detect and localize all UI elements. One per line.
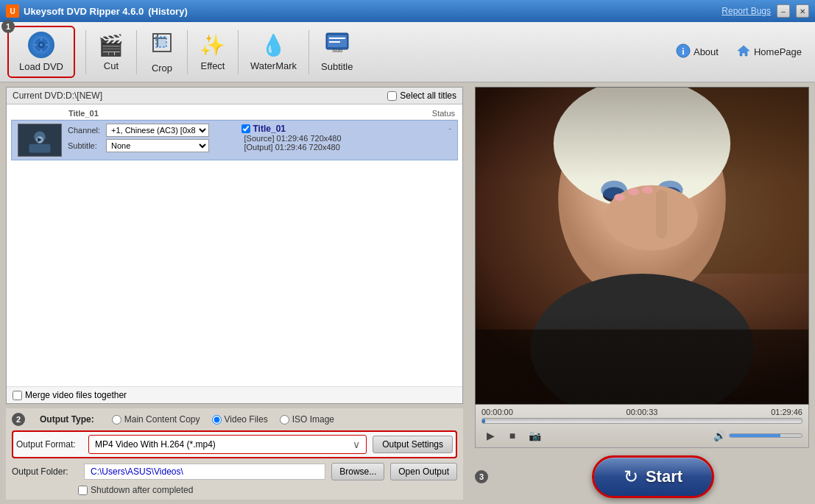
radio-video-files-input[interactable] — [212, 415, 222, 425]
title-bar: U Ukeysoft DVD Ripper 4.6.0 (History) Re… — [0, 0, 815, 22]
video-overlay — [476, 88, 808, 404]
title-bar-left: U Ukeysoft DVD Ripper 4.6.0 (History) — [6, 4, 188, 18]
radio-main-content-input[interactable] — [112, 415, 121, 425]
start-icon: ↻ — [624, 466, 638, 487]
start-label: Start — [646, 467, 682, 486]
time-end: 01:29:46 — [771, 408, 802, 416]
svg-point-2 — [40, 43, 43, 46]
output-format-select[interactable]: MP4 Video With H.264 (*.mp4) ∨ — [88, 435, 367, 454]
progress-bar[interactable] — [481, 418, 802, 424]
svg-rect-16 — [29, 144, 51, 153]
channel-select[interactable]: +1, Chinese (AC3) [0x80] — [106, 124, 209, 137]
select-all-checkbox[interactable]: Select all titles — [387, 90, 456, 101]
step1-label: 1 — [1, 20, 15, 33]
watermark-button[interactable]: 💧 WaterMark — [241, 29, 306, 76]
screenshot-button[interactable]: 📷 — [526, 427, 543, 444]
step3-number: 3 — [475, 470, 488, 483]
output-folder-label: Output Folder: — [12, 466, 78, 477]
cut-button[interactable]: 🎬 Cut — [89, 29, 133, 76]
stop-button[interactable]: ■ — [504, 427, 521, 444]
bottom-section: 2 Output Type: Main Content Copy Video F… — [6, 408, 463, 500]
time-start: 00:00:00 — [481, 408, 513, 416]
subtitle-button[interactable]: Sub Subtitle — [312, 28, 361, 77]
radio-main-content[interactable]: Main Content Copy — [112, 414, 200, 425]
output-folder-row: Output Folder: Browse... Open Output — [12, 463, 457, 480]
time-row: 00:00:00 00:00:33 01:29:46 — [481, 408, 802, 416]
volume-area: 🔊 — [713, 430, 802, 441]
volume-slider[interactable] — [729, 433, 802, 438]
toolbar-sep-1 — [85, 30, 86, 74]
cut-label: Cut — [104, 60, 119, 71]
homepage-icon — [736, 43, 751, 60]
shutdown-checkbox[interactable] — [78, 486, 88, 495]
browse-button[interactable]: Browse... — [331, 463, 384, 480]
homepage-label: HomePage — [754, 46, 802, 57]
radio-main-content-label: Main Content Copy — [124, 414, 200, 425]
status-col-header: Status — [432, 109, 455, 118]
effect-button[interactable]: ✨ Effect — [191, 29, 235, 76]
subtitle-row: Subtitle: None — [68, 139, 236, 152]
load-dvd-icon — [28, 32, 54, 58]
output-folder-input[interactable] — [84, 464, 325, 480]
start-btn-container: ↻ Start — [497, 455, 809, 498]
title-name: Title_01 — [241, 124, 409, 134]
radio-video-files[interactable]: Video Files — [212, 414, 268, 425]
load-dvd-button[interactable]: Load DVD — [7, 26, 75, 78]
current-dvd-label: Current DVD:D:\[NEW] — [13, 90, 102, 101]
title-col-header: Title_01 — [66, 109, 432, 118]
effect-icon: ✨ — [200, 33, 225, 57]
select-all-label: Select all titles — [400, 90, 456, 101]
toolbar-sep-5 — [308, 30, 309, 74]
load-dvd-label: Load DVD — [19, 61, 63, 72]
crop-icon — [150, 31, 174, 60]
channel-label: Channel: — [68, 126, 103, 135]
merge-checkbox-area: Merge video files together — [7, 386, 462, 403]
status-col: - — [414, 124, 451, 157]
select-all-input[interactable] — [387, 91, 397, 101]
title-checkbox[interactable] — [241, 124, 250, 133]
minimize-button[interactable]: – — [777, 4, 790, 18]
chevron-down-icon: ∨ — [353, 439, 360, 450]
output-format-row: Output Format: MP4 Video With H.264 (*.m… — [16, 435, 453, 454]
title-list-container: Current DVD:D:\[NEW] Select all titles T… — [6, 87, 463, 404]
subtitle-icon: Sub — [325, 32, 349, 58]
merge-checkbox[interactable] — [13, 391, 22, 400]
start-button[interactable]: ↻ Start — [592, 455, 714, 498]
subtitle-label-text: Subtitle: — [68, 141, 103, 150]
title-thumbnail — [18, 124, 62, 157]
radio-iso-input[interactable] — [280, 415, 289, 425]
merge-label: Merge video files together — [25, 390, 127, 400]
cut-icon: 🎬 — [98, 33, 124, 57]
video-frame — [476, 88, 808, 404]
radio-iso-image[interactable]: ISO Image — [280, 414, 334, 425]
effect-label: Effect — [200, 60, 225, 71]
source-row: [Source] 01:29:46 720x480 — [244, 134, 409, 143]
radio-iso-label: ISO Image — [292, 414, 334, 425]
play-button[interactable]: ▶ — [481, 427, 499, 444]
crop-button[interactable]: Crop — [140, 26, 184, 78]
about-button[interactable]: i About — [670, 40, 724, 63]
crop-label: Crop — [152, 63, 172, 74]
step2-number: 2 — [12, 413, 25, 426]
thumbnail-inner — [18, 124, 61, 156]
watermark-icon: 💧 — [261, 33, 286, 57]
close-button[interactable]: ✕ — [796, 4, 809, 18]
output-format-label: Output Format: — [16, 439, 82, 450]
subtitle-select[interactable]: None — [106, 139, 209, 152]
toolbar-sep-4 — [238, 30, 239, 74]
progress-bar-fill — [482, 419, 485, 423]
svg-rect-6 — [156, 37, 166, 47]
volume-icon: 🔊 — [713, 430, 726, 441]
output-settings-button[interactable]: Output Settings — [373, 436, 453, 453]
right-panel: 00:00:00 00:00:33 01:29:46 ▶ ■ 📷 🔊 3 — [469, 82, 815, 504]
shutdown-checkbox-row: Shutdown after completed — [12, 485, 457, 495]
playback-row: ▶ ■ 📷 🔊 — [481, 427, 802, 444]
video-preview — [475, 87, 809, 405]
video-controls: 00:00:00 00:00:33 01:29:46 ▶ ■ 📷 🔊 — [475, 405, 809, 448]
left-panel: Current DVD:D:\[NEW] Select all titles T… — [0, 82, 469, 504]
homepage-button[interactable]: HomePage — [730, 40, 808, 63]
title-list-empty — [7, 163, 462, 386]
open-output-button[interactable]: Open Output — [390, 463, 457, 480]
report-bugs-link[interactable]: Report Bugs — [721, 6, 771, 16]
title-list-header: Current DVD:D:\[NEW] Select all titles — [7, 88, 462, 104]
